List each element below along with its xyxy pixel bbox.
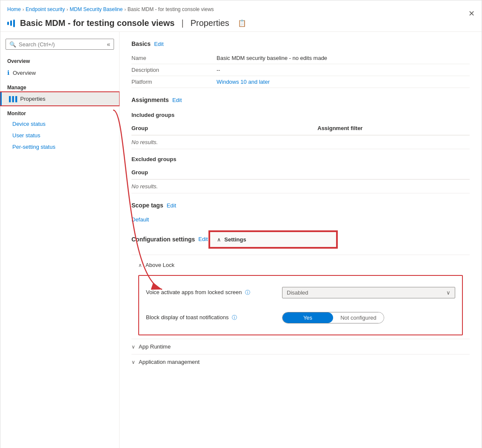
voice-activate-info-icon[interactable]: ⓘ <box>245 289 250 295</box>
sidebar-item-per-setting-status[interactable]: Per-setting status <box>0 141 119 153</box>
sidebar-item-user-status[interactable]: User status <box>0 130 119 141</box>
breadcrumb-endpoint[interactable]: Endpoint security <box>26 6 65 12</box>
property-description-row: Description -- <box>131 64 470 76</box>
properties-icon: ▐▐▐ <box>7 96 17 102</box>
settings-accordion[interactable]: ∧ Settings <box>209 231 337 248</box>
sidebar-section-manage: Manage <box>0 79 119 92</box>
app-runtime-section[interactable]: ∨ App Runtime <box>131 339 470 354</box>
sidebar-item-overview-label: Overview <box>13 70 36 76</box>
assignments-section-title: Assignments Edit <box>131 96 182 103</box>
toggle-not-configured[interactable]: Not configured <box>333 312 384 323</box>
app-logo <box>7 20 15 27</box>
dropdown-chevron: ∨ <box>446 289 451 296</box>
scope-tags-edit-link[interactable]: Edit <box>167 202 176 209</box>
block-toast-toggle[interactable]: Yes Not configured <box>282 312 384 323</box>
property-name-value: Basic MDM security baseline - no edits m… <box>217 55 470 61</box>
col-filter-header: Assignment filter <box>317 125 470 131</box>
sidebar-section-monitor: Monitor <box>0 105 119 118</box>
breadcrumb-current: Basic MDM - for testing console views <box>128 6 214 12</box>
voice-activate-dropdown[interactable]: Disabled ∨ <box>282 287 455 298</box>
above-lock-header[interactable]: ∧ Above Lock <box>131 258 470 272</box>
breadcrumb-home[interactable]: Home <box>7 6 21 12</box>
settings-chevron-up: ∧ <box>217 237 221 243</box>
basics-section-title: Basics Edit <box>131 40 470 47</box>
included-groups-title: Included groups <box>131 112 470 118</box>
property-description-value: -- <box>217 67 470 73</box>
block-toast-row: Block display of toast notifications ⓘ Y… <box>146 308 455 328</box>
above-lock-settings-box: Voice activate apps from locked screen ⓘ… <box>138 275 463 335</box>
application-management-section[interactable]: ∨ Application management <box>131 354 470 369</box>
block-toast-control[interactable]: Yes Not configured <box>282 312 455 323</box>
pin-icon[interactable]: 📋 <box>238 19 246 27</box>
search-icon: 🔍 <box>9 41 16 48</box>
voice-activate-control[interactable]: Disabled ∨ <box>282 287 455 298</box>
excluded-col-group-header: Group <box>131 169 317 176</box>
config-settings-title: Configuration settings Edit <box>131 236 208 243</box>
title-divider: | <box>181 18 183 28</box>
property-platform-label: Platform <box>131 79 217 85</box>
config-settings-container: Configuration settings Edit ∧ Settings ∧… <box>131 231 470 369</box>
included-groups-no-results: No results. <box>131 136 470 149</box>
block-toast-label: Block display of toast notifications ⓘ <box>146 314 282 321</box>
block-toast-info-icon[interactable]: ⓘ <box>232 315 237 320</box>
breadcrumb-mdm[interactable]: MDM Security Baseline <box>70 6 123 12</box>
property-platform-value: Windows 10 and later <box>217 79 470 85</box>
app-mgmt-chevron: ∨ <box>131 359 135 365</box>
search-input[interactable] <box>19 41 78 48</box>
collapse-icon[interactable]: « <box>107 41 110 48</box>
voice-activate-value: Disabled <box>287 289 308 296</box>
sidebar: 🔍 « Overview ℹ Overview Manage ▐▐▐ Prope… <box>0 32 120 448</box>
default-scope-tag[interactable]: Default <box>131 216 149 223</box>
assignments-header: Assignments Edit <box>131 96 470 108</box>
sidebar-item-overview[interactable]: ℹ Overview <box>0 66 119 79</box>
excluded-groups-title: Excluded groups <box>131 156 470 162</box>
basics-edit-link[interactable]: Edit <box>154 41 163 47</box>
sidebar-item-properties-label: Properties <box>20 96 46 102</box>
voice-activate-label: Voice activate apps from locked screen ⓘ <box>146 289 282 296</box>
app-runtime-chevron: ∨ <box>131 344 135 350</box>
property-platform-row: Platform Windows 10 and later <box>131 76 470 88</box>
sidebar-item-properties[interactable]: ▐▐▐ Properties <box>0 92 119 105</box>
app-mgmt-label: Application management <box>139 359 200 365</box>
scope-tags-container: Scope tags Edit Default <box>131 202 470 223</box>
breadcrumb: Home › Endpoint security › MDM Security … <box>7 4 475 15</box>
scope-tags-section-title: Scope tags Edit <box>131 202 176 209</box>
excluded-groups-no-results: No results. <box>131 180 470 193</box>
excluded-groups-container: Excluded groups Group No results. <box>131 156 470 193</box>
app-runtime-label: App Runtime <box>139 343 171 350</box>
above-lock-label: Above Lock <box>145 262 174 268</box>
sidebar-section-overview: Overview <box>0 53 119 66</box>
voice-activate-row: Voice activate apps from locked screen ⓘ… <box>146 283 455 303</box>
main-content: Basics Edit Name Basic MDM security base… <box>120 32 482 448</box>
property-name-row: Name Basic MDM security baseline - no ed… <box>131 52 470 64</box>
included-groups-header: Group Assignment filter <box>131 122 470 136</box>
platform-link[interactable]: Windows 10 and later <box>217 79 270 85</box>
settings-accordion-label: Settings <box>224 236 246 243</box>
page-section: Properties <box>191 18 229 28</box>
info-icon: ℹ <box>7 69 9 76</box>
included-groups-container: Included groups Group Assignment filter … <box>131 112 470 149</box>
sidebar-item-device-status[interactable]: Device status <box>0 118 119 130</box>
page-title: Basic MDM - for testing console views <box>20 18 174 28</box>
property-name-label: Name <box>131 55 217 61</box>
excluded-groups-header: Group <box>131 166 470 180</box>
toggle-yes[interactable]: Yes <box>282 312 333 323</box>
col-group-header: Group <box>131 125 317 131</box>
above-lock-chevron: ∧ <box>138 262 142 268</box>
above-lock-section: ∧ Above Lock Voice activate apps from lo… <box>131 255 470 335</box>
property-description-label: Description <box>131 67 217 73</box>
search-box[interactable]: 🔍 « <box>6 39 114 50</box>
settings-accordion-header[interactable]: ∧ Settings <box>210 232 336 247</box>
close-button[interactable]: ✕ <box>468 9 475 18</box>
config-settings-edit-link[interactable]: Edit <box>198 236 208 242</box>
assignments-edit-link[interactable]: Edit <box>172 97 182 103</box>
